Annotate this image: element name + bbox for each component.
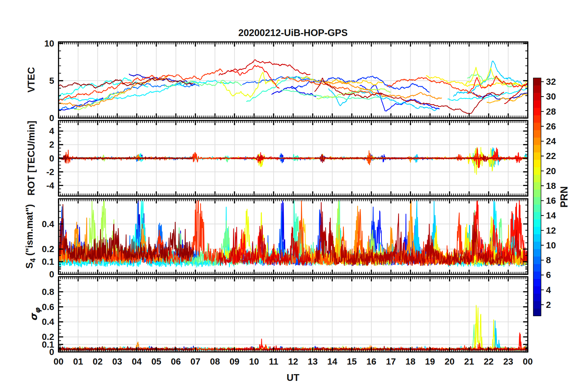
rot-ytick-label: 4 [49, 126, 54, 136]
prn-27-trace [387, 77, 481, 96]
s4-ytick-label: 0 [49, 269, 54, 279]
colorbar-block-prn-15 [533, 204, 541, 212]
colorbar-block-prn-8 [533, 256, 541, 264]
prn-6-trace [291, 76, 429, 92]
colorbar-label: PRN [558, 186, 570, 208]
colorbar-block-prn-17 [533, 190, 541, 197]
x-tick-label: 10 [249, 357, 259, 366]
colorbar-block-prn-16 [533, 197, 541, 205]
colorbar-block-prn-25 [533, 130, 541, 138]
colorbar-tick-label: 8 [546, 255, 551, 265]
x-tick-label: 00 [523, 357, 533, 366]
rot-ytick-label: 0 [49, 153, 54, 163]
x-tick-label: 19 [425, 357, 435, 366]
sigma_phi-ytick-label: 0.2 [42, 332, 54, 342]
sigma_phi-gridlines [59, 277, 528, 352]
colorbar-tick-label: 14 [546, 210, 556, 220]
colorbar-block-prn-19 [533, 175, 541, 182]
colorbar-block-prn-22 [533, 152, 541, 160]
x-tick-label: 13 [308, 357, 318, 366]
x-tick-label: 12 [288, 357, 298, 366]
vtec-ytick-label: 0 [49, 113, 54, 123]
figure-window: 0510-4-202400.10.20.400.10.20.40.60.8000… [0, 0, 586, 392]
x-tick-label: 01 [73, 357, 83, 366]
chart-title: 20200212-UiB-HOP-GPS [238, 27, 348, 38]
prn-30-trace [219, 155, 311, 161]
colorbar-block-prn-27 [533, 115, 541, 123]
prn-32-trace [59, 78, 193, 88]
colorbar-tick-label: 10 [546, 240, 556, 250]
x-axis-label: UT [287, 372, 299, 383]
s4-ytick-label: 0.4 [42, 219, 54, 229]
sigma_phi-ytick-label: 0.6 [42, 302, 54, 312]
x-tick-label: 17 [386, 357, 396, 366]
sigma-phi-axis-label: σφ [28, 307, 42, 321]
colorbar-block-prn-11 [533, 234, 541, 242]
prn-24-trace [324, 82, 442, 99]
vtec-panel: 0510 [44, 39, 528, 123]
x-tick-label: 04 [132, 357, 142, 366]
vtec-axis-label: VTEC [26, 67, 37, 93]
x-tick-label: 03 [112, 357, 122, 366]
colorbar-block-prn-2 [533, 301, 541, 309]
sigma_phi-panel: 00.10.20.40.60.8 [42, 277, 528, 357]
x-tick-label: 05 [151, 357, 161, 366]
gps-monitoring-figure: 0510-4-202400.10.20.400.10.20.40.60.8000… [0, 0, 586, 392]
colorbar-block-prn-20 [533, 167, 541, 175]
generated-chart-content: 0510-4-202400.10.20.400.10.20.40.60.8000… [42, 39, 556, 366]
s4-axis-label: S4 ("ism.mat") [24, 204, 37, 268]
colorbar-block-prn-14 [533, 212, 541, 219]
colorbar-block-prn-18 [533, 182, 541, 190]
colorbar-block-prn-4 [533, 286, 541, 294]
rot-ytick-label: -4 [46, 181, 54, 190]
x-tick-label: 23 [503, 357, 513, 366]
rot-axis-label: ROT [TECU/min] [26, 121, 37, 196]
colorbar-block-prn-1 [533, 308, 541, 316]
colorbar-tick-label: 16 [546, 196, 556, 206]
colorbar-tick-label: 6 [546, 270, 551, 280]
x-tick-label: 09 [230, 357, 239, 366]
x-tick-label: 20 [445, 357, 454, 366]
x-tick-label: 07 [190, 357, 200, 366]
sigma_phi-ytick-label: 0.4 [42, 317, 54, 327]
prn-30-trace [219, 60, 310, 76]
colorbar-block-prn-31 [533, 85, 541, 93]
x-tick-label: 11 [269, 357, 279, 366]
colorbar-tick-label: 30 [546, 92, 556, 101]
colorbar-tick-label: 18 [546, 181, 556, 191]
colorbar-block-prn-32 [533, 78, 541, 86]
prn-12-trace [448, 88, 527, 100]
x-tick-labels: 0001020304050607080910111213141516171819… [54, 357, 533, 366]
x-tick-label: 21 [464, 357, 474, 366]
colorbar-ticks [541, 82, 544, 305]
colorbar-tick-label: 24 [546, 136, 556, 146]
s4-ytick-label: 0.2 [42, 244, 54, 254]
colorbar-tick-label: 12 [546, 226, 556, 235]
vtec-ytick-label: 10 [44, 39, 54, 48]
s4-ytick-label: 0.1 [42, 257, 54, 267]
x-tick-label: 14 [327, 357, 337, 366]
colorbar-block-prn-9 [533, 249, 541, 257]
x-tick-label: 22 [484, 357, 494, 366]
colorbar-block-prn-21 [533, 160, 541, 167]
colorbar-tick-label: 2 [546, 300, 551, 310]
x-tick-label: 16 [366, 357, 376, 366]
prn-20-trace [221, 154, 279, 167]
x-tick-label: 08 [210, 357, 220, 366]
x-tick-label: 02 [93, 357, 103, 366]
prn-20-trace [221, 72, 279, 97]
x-tick-label: 00 [54, 357, 63, 366]
colorbar-block-prn-10 [533, 242, 541, 249]
rot-panel: -4-2024 [46, 120, 528, 196]
colorbar-block-prn-30 [533, 93, 541, 100]
colorbar-block-prn-12 [533, 227, 541, 235]
colorbar-block-prn-26 [533, 123, 541, 130]
colorbar-tick-label: 26 [546, 121, 556, 131]
sigma_phi-ytick-label: 0.8 [42, 287, 54, 297]
colorbar-tick-label: 20 [546, 166, 556, 176]
colorbar-block-prn-23 [533, 145, 541, 153]
colorbar-block-prn-3 [533, 294, 541, 301]
colorbar-block-prn-29 [533, 100, 541, 108]
colorbar-tick-label: 22 [546, 151, 556, 161]
prn-28-trace [230, 65, 279, 89]
